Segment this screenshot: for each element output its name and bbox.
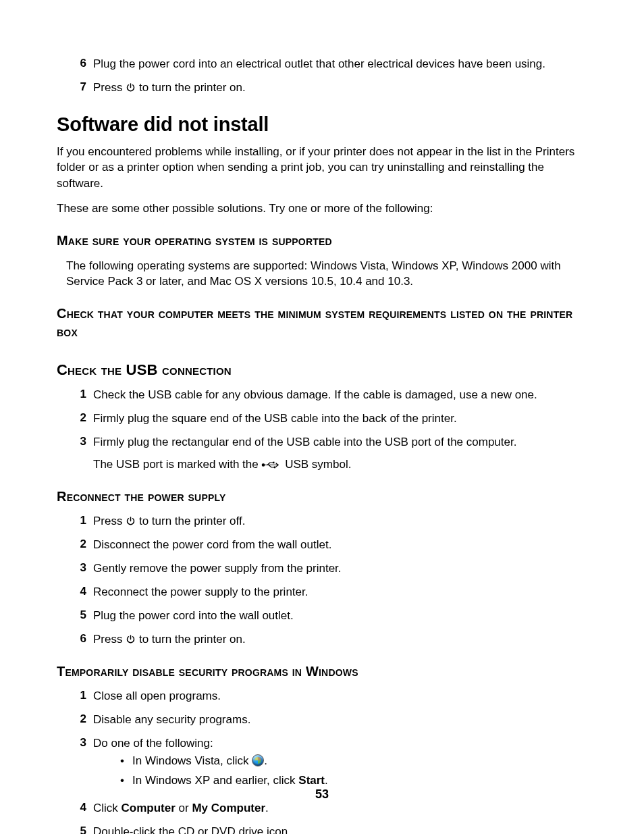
step-text: Reconnect the power supply to the printe…	[93, 585, 308, 600]
step-number: 3	[69, 561, 93, 577]
text-fragment: Press	[93, 515, 126, 527]
text-fragment: Firmly plug the rectangular end of the U…	[93, 436, 516, 448]
list-item: 6 Press to turn the printer on.	[69, 632, 246, 648]
step-text: Firmly plug the rectangular end of the U…	[93, 435, 516, 473]
step-text: Press to turn the printer off.	[93, 514, 245, 529]
text-fragment: Click	[93, 802, 122, 814]
document-page: 6 Plug the power cord into an electrical…	[0, 0, 644, 834]
list-item: 5 Plug the power cord into the wall outl…	[69, 608, 294, 624]
page-number: 53	[0, 787, 644, 802]
list-item: 4 Click Computer or My Computer.	[69, 801, 269, 816]
text-fragment: .	[264, 754, 267, 767]
bold-text: Start	[298, 774, 325, 787]
text-fragment: to turn the printer off.	[139, 515, 246, 527]
step-text: Double-click the CD or DVD drive icon.	[93, 825, 291, 834]
text-fragment: Press	[93, 81, 126, 94]
power-icon	[126, 516, 136, 526]
list-item: 1 Press to turn the printer off.	[69, 514, 245, 529]
text-fragment: Do one of the following:	[93, 737, 213, 750]
security-steps-list: 1 Close all open programs. 2 Disable any…	[57, 689, 587, 834]
list-item: 5 Double-click the CD or DVD drive icon.	[69, 825, 291, 834]
bold-text: My Computer	[192, 802, 265, 814]
bullet-marker: •	[120, 773, 132, 789]
step-number: 5	[69, 608, 93, 624]
power-steps-list: 1 Press to turn the printer off. 2 Disco…	[57, 514, 587, 648]
step-text: Press to turn the printer on.	[93, 80, 246, 96]
svg-point-3	[274, 467, 276, 469]
subsection-heading: Temporarily disable security programs in…	[57, 662, 587, 681]
list-item: 6 Plug the power cord into an electrical…	[69, 57, 545, 72]
text-fragment: to turn the printer on.	[139, 633, 246, 646]
svg-rect-2	[273, 462, 275, 464]
list-item: 3 Firmly plug the rectangular end of the…	[69, 435, 516, 473]
windows-vista-orb-icon	[252, 754, 264, 766]
step-number: 5	[69, 825, 93, 834]
text-fragment: .	[325, 774, 328, 787]
text-fragment: .	[265, 802, 269, 814]
step-number: 1	[69, 388, 93, 403]
bold-text: Computer	[122, 802, 176, 814]
text-fragment: In Windows Vista, click	[132, 754, 252, 767]
body-paragraph: The following operating systems are supp…	[57, 258, 587, 290]
text-fragment: Press	[93, 633, 126, 646]
list-item: 2 Disable any security programs.	[69, 712, 250, 728]
text-fragment: In Windows XP and earlier, click	[132, 774, 298, 787]
section-heading: Software did not install	[57, 113, 587, 136]
text-fragment: or	[176, 802, 192, 814]
subsection-heading: Make sure your operating system is suppo…	[57, 232, 587, 250]
bullet-marker: •	[120, 754, 132, 769]
step-number: 2	[69, 712, 93, 728]
step-number: 6	[69, 632, 93, 648]
list-item: 1 Check the USB cable for any obvious da…	[69, 388, 537, 403]
step-number: 7	[69, 80, 93, 96]
step-text: Gently remove the power supply from the …	[93, 561, 342, 577]
power-icon	[126, 82, 136, 93]
step-number: 3	[69, 736, 93, 793]
power-icon	[126, 634, 136, 644]
text-fragment: to turn the printer on.	[139, 81, 246, 94]
step-text: Firmly plug the square end of the USB ca…	[93, 411, 457, 427]
step-text: Plug the power cord into the wall outlet…	[93, 608, 294, 624]
list-item: 2 Firmly plug the square end of the USB …	[69, 411, 457, 427]
bullet-item: • In Windows XP and earlier, click Start…	[120, 773, 328, 789]
step-number: 4	[69, 585, 93, 600]
step-text: Check the USB cable for any obvious dama…	[93, 388, 537, 403]
text-fragment: USB symbol.	[285, 458, 351, 471]
usb-steps-list: 1 Check the USB cable for any obvious da…	[57, 388, 587, 473]
list-item: 7 Press to turn the printer on.	[69, 80, 246, 96]
step-number: 1	[69, 689, 93, 704]
list-item: 1 Close all open programs.	[69, 689, 221, 704]
list-item: 3 Gently remove the power supply from th…	[69, 561, 342, 577]
body-paragraph: These are some other possible solutions.…	[57, 201, 587, 216]
step-text: Disable any security programs.	[93, 712, 250, 728]
step-text: Click Computer or My Computer.	[93, 801, 269, 816]
top-steps-list: 6 Plug the power cord into an electrical…	[57, 57, 587, 96]
step-number: 4	[69, 801, 93, 816]
step-text: Do one of the following: • In Windows Vi…	[93, 736, 328, 793]
step-number: 3	[69, 435, 93, 473]
usb-icon	[261, 461, 281, 469]
step-number: 6	[69, 57, 93, 72]
step-text: Press to turn the printer on.	[93, 632, 246, 648]
list-item: 3 Do one of the following: • In Windows …	[69, 736, 328, 793]
step-text: Disconnect the power cord from the wall …	[93, 538, 331, 553]
step-number: 2	[69, 411, 93, 427]
subsection-heading: Check the USB connection	[57, 360, 587, 380]
step-text: Plug the power cord into an electrical o…	[93, 57, 545, 72]
bullet-item: • In Windows Vista, click .	[120, 754, 267, 769]
step-number: 2	[69, 538, 93, 553]
subsection-heading: Check that your computer meets the minim…	[57, 305, 587, 341]
list-item: 4 Reconnect the power supply to the prin…	[69, 585, 308, 600]
text-fragment: The USB port is marked with the	[93, 458, 261, 471]
step-number: 1	[69, 514, 93, 529]
list-item: 2 Disconnect the power cord from the wal…	[69, 538, 331, 553]
subsection-heading: Reconnect the power supply	[57, 488, 587, 506]
body-paragraph: If you encountered problems while instal…	[57, 144, 587, 191]
step-text: Close all open programs.	[93, 689, 221, 704]
